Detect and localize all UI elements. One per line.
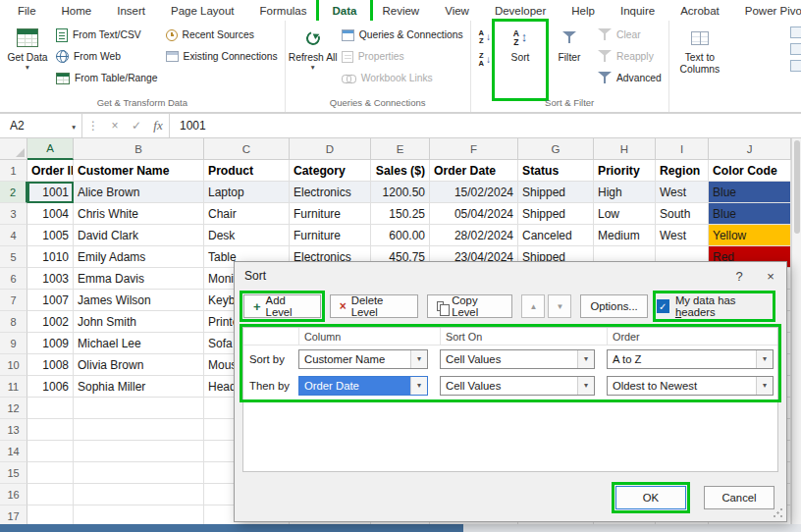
then-by-order-dropdown[interactable]: Oldest to Newest ▾ — [607, 376, 774, 396]
row-header-7[interactable]: 7 — [0, 290, 27, 311]
cell-G3[interactable]: Shipped — [518, 203, 594, 225]
cell-D3[interactable]: Furniture — [290, 203, 371, 225]
sort-za-button[interactable]: ZA ↓ — [476, 51, 494, 68]
column-header-J[interactable]: J — [709, 138, 791, 160]
chevron-down-icon[interactable]: ▾ — [756, 350, 773, 368]
cell-E4[interactable]: 600.00 — [371, 225, 430, 246]
cell-A3[interactable]: 1004 — [27, 203, 74, 225]
cell-G1[interactable]: Status — [518, 160, 594, 182]
cell-I1[interactable]: Region — [656, 160, 709, 182]
select-all-button[interactable] — [0, 138, 27, 160]
cell-A8[interactable]: 1002 — [27, 311, 74, 333]
cell-I4[interactable]: West — [656, 225, 709, 246]
row-header-13[interactable]: 13 — [0, 419, 27, 441]
refresh-all-button[interactable]: Refresh All ▾ — [289, 23, 338, 97]
cell-A14[interactable] — [27, 441, 74, 462]
cell-G4[interactable]: Canceled — [518, 225, 594, 246]
cell-G2[interactable]: Shipped — [518, 182, 594, 203]
row-header-10[interactable]: 10 — [0, 354, 27, 376]
cell-D2[interactable]: Electronics — [290, 182, 371, 203]
row-header-8[interactable]: 8 — [0, 311, 27, 333]
text-to-columns-button[interactable]: Text to Columns — [672, 23, 727, 97]
row-header-9[interactable]: 9 — [0, 333, 27, 354]
cell-C4[interactable]: Desk — [204, 225, 290, 246]
row-header-12[interactable]: 12 — [0, 398, 27, 419]
move-down-button[interactable]: ▼ — [548, 294, 571, 318]
filter-button[interactable]: Filter — [545, 23, 594, 97]
tab-help[interactable]: Help — [559, 0, 608, 21]
cell-J3[interactable]: Blue — [709, 203, 791, 225]
cell-B13[interactable] — [74, 419, 204, 441]
cell-F3[interactable]: 05/04/2024 — [430, 203, 518, 225]
from-web-button[interactable]: From Web — [56, 49, 158, 64]
vertical-scrollbar[interactable] — [791, 138, 801, 524]
cell-C2[interactable]: Laptop — [204, 182, 290, 203]
tab-insert[interactable]: Insert — [104, 0, 158, 21]
cell-A10[interactable]: 1008 — [27, 354, 74, 376]
cell-H3[interactable]: Low — [594, 203, 656, 225]
copy-level-button[interactable]: Copy Level — [427, 294, 513, 318]
get-data-button[interactable]: Get Data ▾ — [3, 23, 52, 97]
column-header-G[interactable]: G — [518, 138, 594, 160]
cell-B10[interactable]: Olivia Brown — [74, 354, 204, 376]
help-button[interactable]: ? — [723, 262, 755, 290]
close-icon[interactable]: × — [755, 262, 786, 290]
cell-C1[interactable]: Product — [204, 160, 290, 182]
cell-I2[interactable]: West — [656, 182, 709, 203]
row-header-2[interactable]: 2 — [0, 182, 27, 203]
column-header-I[interactable]: I — [656, 138, 709, 160]
confirm-entry-icon[interactable]: ✓ — [126, 114, 147, 137]
row-header-11[interactable]: 11 — [0, 376, 27, 398]
cell-B8[interactable]: John Smith — [74, 311, 204, 333]
partial-icon[interactable] — [790, 60, 801, 72]
from-table-range-button[interactable]: From Table/Range — [56, 71, 158, 85]
chevron-down-icon[interactable]: ▾ — [577, 350, 594, 368]
sort-az-button[interactable]: AZ ↓ — [476, 28, 494, 45]
cell-B6[interactable]: Emma Davis — [74, 268, 204, 290]
existing-connections-button[interactable]: Existing Connections — [166, 49, 278, 64]
cell-B2[interactable]: Alice Brown — [74, 182, 204, 203]
cell-A15[interactable] — [27, 462, 74, 484]
row-header-6[interactable]: 6 — [0, 268, 27, 290]
cell-A1[interactable]: Order ID — [27, 160, 74, 182]
row-header-5[interactable]: 5 — [0, 246, 27, 268]
delete-level-button[interactable]: × Delete Level — [330, 294, 418, 318]
partial-icon[interactable] — [790, 43, 801, 55]
cell-A5[interactable]: 1010 — [27, 246, 74, 268]
add-level-button[interactable]: + Add Level — [243, 294, 321, 318]
cell-B12[interactable] — [74, 398, 204, 419]
sort-dialog-titlebar[interactable]: Sort ? × — [235, 262, 786, 290]
cell-E3[interactable]: 150.25 — [371, 203, 430, 225]
cell-A12[interactable] — [27, 398, 74, 419]
column-header-F[interactable]: F — [430, 138, 518, 160]
row-header-3[interactable]: 3 — [0, 203, 27, 225]
cell-F1[interactable]: Order Date — [430, 160, 518, 182]
tab-acrobat[interactable]: Acrobat — [668, 0, 732, 21]
then-by-column-dropdown[interactable]: Order Date ▾ — [298, 376, 428, 396]
chevron-down-icon[interactable]: ▾ — [756, 377, 773, 395]
cell-H4[interactable]: Medium — [594, 225, 656, 246]
cell-F4[interactable]: 28/02/2024 — [430, 225, 518, 246]
ok-button[interactable]: OK — [615, 486, 686, 509]
formula-input[interactable]: 1001 — [169, 114, 801, 137]
chevron-down-icon[interactable]: ▾ — [410, 377, 427, 395]
tab-file[interactable]: File — [5, 0, 49, 21]
cell-I3[interactable]: South — [656, 203, 709, 225]
cell-B3[interactable]: Chris White — [74, 203, 204, 225]
clear-button[interactable]: Clear — [598, 27, 662, 42]
partial-icon[interactable] — [790, 27, 801, 38]
chevron-down-icon[interactable]: ▾ — [72, 123, 76, 132]
row-header-15[interactable]: 15 — [0, 462, 27, 484]
sort-button[interactable]: AZ↕ Sort — [496, 23, 545, 97]
chevron-down-icon[interactable]: ▾ — [577, 377, 594, 395]
row-header-4[interactable]: 4 — [0, 225, 27, 246]
row-header-1[interactable]: 1 — [0, 160, 27, 182]
cell-A6[interactable]: 1003 — [27, 268, 74, 290]
cell-B9[interactable]: Michael Lee — [74, 333, 204, 354]
insert-function-button[interactable]: fx — [147, 114, 169, 137]
advanced-button[interactable]: Advanced — [598, 71, 662, 85]
cell-B4[interactable]: David Clark — [74, 225, 204, 246]
column-header-B[interactable]: B — [74, 138, 204, 160]
resize-grip[interactable] — [773, 507, 783, 518]
cell-A9[interactable]: 1009 — [27, 333, 74, 354]
